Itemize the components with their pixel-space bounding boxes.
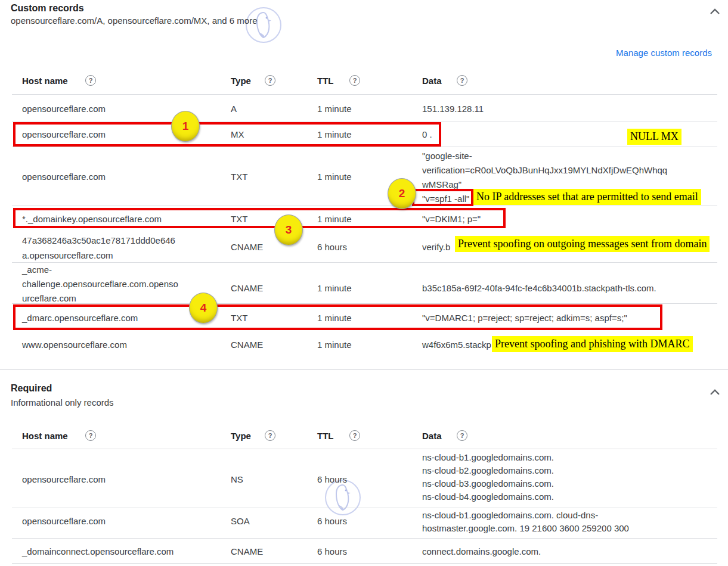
host-name-cell: _acme- challenge.opensourceflare.com.ope… bbox=[22, 263, 178, 306]
host-name-cell: opensourceflare.com bbox=[22, 514, 106, 528]
type-cell: SOA bbox=[231, 514, 250, 528]
annotation-box-dmarc-row bbox=[13, 304, 662, 330]
column-header-type: Type bbox=[231, 428, 251, 443]
type-cell: A bbox=[231, 101, 237, 116]
host-name-cell: www.opensourceflare.com bbox=[22, 337, 127, 352]
ttl-cell: 6 hours bbox=[317, 544, 347, 559]
column-header-host-name: Host name bbox=[22, 73, 68, 88]
host-line: _acme- bbox=[22, 263, 178, 277]
data-line: ns-cloud-b1.googledomains.com. bbox=[422, 451, 554, 464]
type-cell: NS bbox=[231, 472, 243, 487]
annotation-label-dkim: Prevent spoofing on outgoing messages se… bbox=[455, 236, 710, 252]
host-line: a.opensourceflare.com bbox=[22, 248, 175, 263]
type-cell: CNAME bbox=[231, 337, 263, 352]
data-cell: 151.139.128.11 bbox=[422, 101, 484, 116]
data-line: hostmaster.google.com. 19 21600 3600 259… bbox=[422, 522, 629, 535]
required-subtitle: Informational only records bbox=[11, 397, 114, 409]
data-line: ns-cloud-b3.googledomains.com. bbox=[422, 477, 554, 490]
host-line: 47a368246a3c50ac1e78171ddd0e646 bbox=[22, 233, 175, 248]
data-line: ns-cloud-b4.googledomains.com. bbox=[422, 490, 554, 503]
collapse-required-chevron-up-icon[interactable] bbox=[707, 386, 723, 399]
data-cell: verify.b bbox=[422, 240, 450, 254]
annotation-label-spf: No IP addresses set that are permitted t… bbox=[473, 189, 701, 205]
required-title: Required bbox=[11, 382, 52, 395]
row-divider bbox=[12, 147, 717, 147]
data-line: verification=cR0oLVoQbJBunHqJxx19MYLNdXf… bbox=[422, 163, 667, 178]
data-line: "google-site- bbox=[422, 149, 667, 163]
help-icon[interactable]: ? bbox=[457, 75, 467, 86]
host-line: challenge.opensourceflare.com.openso bbox=[22, 277, 178, 291]
host-name-cell: _domainconnect.opensourceflare.com bbox=[22, 544, 174, 559]
column-header-data: Data bbox=[422, 428, 442, 443]
annotation-badge-3: 3 bbox=[274, 214, 303, 245]
manage-custom-records-link[interactable]: Manage custom records bbox=[616, 47, 712, 59]
host-name-cell: opensourceflare.com bbox=[22, 169, 106, 184]
help-icon[interactable]: ? bbox=[349, 75, 360, 86]
help-icon[interactable]: ? bbox=[265, 430, 275, 441]
annotation-box-dkim-row bbox=[13, 208, 506, 228]
collapse-custom-chevron-up-icon[interactable] bbox=[707, 5, 723, 18]
host-name-cell: opensourceflare.com bbox=[22, 101, 106, 116]
row-divider bbox=[12, 449, 717, 449]
annotation-box-spf-value bbox=[412, 189, 473, 206]
annotation-badge-4: 4 bbox=[189, 293, 218, 324]
type-cell: CNAME bbox=[231, 281, 263, 296]
annotation-badge-2: 2 bbox=[388, 178, 416, 209]
dns-records-page: Custom records opensourceflare.com/A, op… bbox=[0, 0, 728, 566]
annotation-badge-1: 1 bbox=[171, 111, 200, 142]
data-cell: ns-cloud-b1.googledomains.com. cloud-dns… bbox=[422, 509, 629, 535]
host-name-cell: 47a368246a3c50ac1e78171ddd0e646 a.openso… bbox=[22, 233, 175, 263]
data-line: ns-cloud-b1.googledomains.com. cloud-dns… bbox=[422, 509, 629, 522]
ttl-cell: 1 minute bbox=[317, 169, 352, 184]
help-icon[interactable]: ? bbox=[85, 430, 96, 441]
column-header-host-name: Host name bbox=[22, 428, 68, 443]
custom-records-title: Custom records bbox=[11, 2, 84, 15]
ttl-cell: 1 minute bbox=[317, 337, 352, 352]
row-divider bbox=[12, 508, 717, 508]
ttl-cell: 6 hours bbox=[317, 240, 347, 254]
data-cell: ns-cloud-b1.googledomains.com. ns-cloud-… bbox=[422, 451, 554, 503]
type-cell: TXT bbox=[231, 169, 247, 184]
section-divider bbox=[0, 369, 728, 370]
host-line: urceflare.com bbox=[22, 291, 178, 306]
ttl-cell: 6 hours bbox=[317, 514, 347, 528]
data-cell: connect.domains.google.com. bbox=[422, 544, 541, 559]
help-icon[interactable]: ? bbox=[85, 75, 96, 86]
type-cell: CNAME bbox=[231, 240, 263, 254]
column-header-type: Type bbox=[231, 73, 251, 88]
data-line: ns-cloud-b2.googledomains.com. bbox=[422, 464, 554, 477]
row-divider bbox=[12, 563, 717, 564]
data-cell: w4f6x6m5.stackp bbox=[422, 337, 491, 352]
row-divider bbox=[12, 538, 717, 539]
column-header-ttl: TTL bbox=[317, 73, 334, 88]
custom-records-subtitle: opensourceflare.com/A, opensourceflare.c… bbox=[11, 15, 258, 27]
column-header-data: Data bbox=[422, 73, 442, 88]
data-cell: b35c185a-69f2-40fa-94fc-fe4c6b34001b.sta… bbox=[422, 281, 656, 296]
ttl-cell: 6 hours bbox=[317, 472, 347, 487]
help-icon[interactable]: ? bbox=[265, 75, 275, 86]
ttl-cell: 1 minute bbox=[317, 101, 352, 116]
row-divider bbox=[12, 94, 717, 95]
column-header-ttl: TTL bbox=[317, 428, 334, 443]
ttl-cell: 1 minute bbox=[317, 281, 352, 296]
help-icon[interactable]: ? bbox=[457, 430, 467, 441]
annotation-label-null-mx: NULL MX bbox=[627, 129, 681, 145]
annotation-label-dmarc: Prevent spoofing and phishing with DMARC bbox=[492, 336, 693, 352]
type-cell: CNAME bbox=[231, 544, 263, 559]
host-name-cell: opensourceflare.com bbox=[22, 472, 106, 487]
help-icon[interactable]: ? bbox=[349, 430, 360, 441]
annotation-box-mx-row bbox=[13, 122, 441, 147]
